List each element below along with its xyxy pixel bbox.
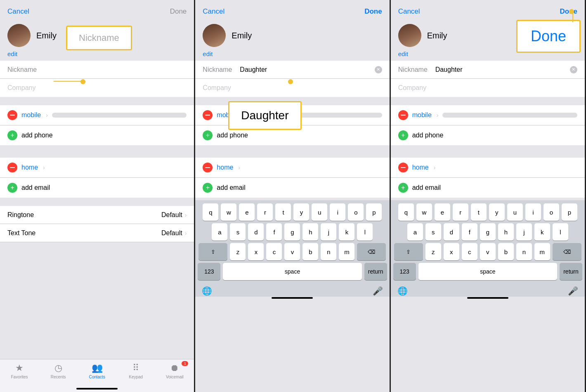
clear-nickname-2[interactable]: ✕ — [375, 66, 382, 73]
ringtone-row-1[interactable]: Ringtone Default › — [0, 206, 194, 224]
company-field-3[interactable]: Company — [391, 79, 585, 97]
key-o-2[interactable]: o — [348, 203, 364, 221]
key-j-3[interactable]: j — [516, 223, 532, 241]
key-w-3[interactable]: w — [416, 203, 432, 221]
edit-link-2[interactable]: edit — [195, 50, 389, 61]
key-a-2[interactable]: a — [212, 223, 227, 241]
company-field-1[interactable]: Company — [0, 79, 194, 97]
remove-mobile-1[interactable] — [7, 110, 17, 120]
key-l-2[interactable]: l — [357, 223, 373, 241]
key-m-3[interactable]: m — [534, 243, 550, 260]
home-label-1[interactable]: home — [21, 164, 38, 171]
home-label-3[interactable]: home — [412, 164, 429, 171]
add-email-label-3[interactable]: add email — [412, 184, 441, 191]
add-phone-label-3[interactable]: add phone — [412, 132, 444, 139]
nickname-field-1[interactable]: Nickname — [0, 61, 194, 79]
key-r-2[interactable]: r — [257, 203, 273, 221]
key-g-3[interactable]: g — [480, 223, 496, 241]
key-l-3[interactable]: l — [553, 223, 568, 241]
key-u-3[interactable]: u — [507, 203, 523, 221]
key-z-2[interactable]: z — [230, 243, 246, 260]
cancel-button-3[interactable]: Cancel — [398, 7, 420, 16]
globe-icon-2[interactable]: 🌐 — [202, 286, 212, 296]
key-c-2[interactable]: c — [266, 243, 282, 260]
globe-icon-3[interactable]: 🌐 — [397, 286, 408, 296]
key-s-3[interactable]: s — [425, 223, 441, 241]
key-j-2[interactable]: j — [321, 223, 336, 241]
add-phone-label-1[interactable]: add phone — [21, 132, 53, 139]
key-e-3[interactable]: e — [435, 203, 450, 221]
key-i-2[interactable]: i — [330, 203, 345, 221]
key-r-3[interactable]: r — [453, 203, 468, 221]
tab-recents-1[interactable]: ◷ Recents — [48, 363, 69, 379]
add-email-row-3[interactable]: + add email — [391, 178, 585, 198]
key-z-3[interactable]: z — [425, 243, 441, 260]
done-button-1[interactable]: Done — [170, 7, 187, 16]
key-shift-2[interactable]: ⇧ — [198, 243, 227, 260]
done-button-3[interactable]: Done — [560, 7, 577, 16]
tab-keypad-1[interactable]: ⠿ Keypad — [125, 363, 146, 379]
key-return-2[interactable]: return — [364, 263, 387, 280]
key-t-2[interactable]: t — [275, 203, 291, 221]
key-b-2[interactable]: b — [302, 243, 318, 260]
key-k-2[interactable]: k — [339, 223, 354, 241]
key-o-3[interactable]: o — [543, 203, 559, 221]
key-q-3[interactable]: q — [398, 203, 414, 221]
key-shift-3[interactable]: ⇧ — [394, 243, 423, 260]
key-space-2[interactable]: space — [223, 263, 362, 280]
key-b-3[interactable]: b — [498, 243, 514, 260]
tab-voicemail-1[interactable]: ⏺ Voicemail 1 — [164, 363, 185, 379]
add-email-label-1[interactable]: add email — [21, 184, 50, 191]
key-u-2[interactable]: u — [312, 203, 327, 221]
key-space-3[interactable]: space — [418, 263, 557, 280]
remove-home-3[interactable] — [398, 163, 408, 172]
key-d-3[interactable]: d — [444, 223, 459, 241]
tab-contacts-1[interactable]: 👥 Contacts — [87, 363, 107, 379]
key-backspace-2[interactable]: ⌫ — [357, 243, 386, 260]
mic-icon-2[interactable]: 🎤 — [373, 286, 383, 296]
key-y-2[interactable]: y — [293, 203, 309, 221]
mic-icon-3[interactable]: 🎤 — [568, 286, 578, 296]
add-email-btn-1[interactable]: + — [7, 183, 17, 193]
key-backspace-3[interactable]: ⌫ — [553, 243, 581, 260]
tab-favorites-1[interactable]: ★ Favorites — [9, 363, 30, 379]
key-t-3[interactable]: t — [471, 203, 487, 221]
key-n-3[interactable]: n — [516, 243, 532, 260]
remove-mobile-3[interactable] — [398, 110, 408, 120]
add-phone-btn-3[interactable]: + — [398, 130, 408, 140]
add-email-row-2[interactable]: + add email — [195, 178, 389, 198]
add-phone-row-3[interactable]: + add phone — [391, 125, 585, 145]
key-return-3[interactable]: return — [560, 263, 582, 280]
add-phone-row-1[interactable]: + add phone — [0, 125, 194, 145]
key-h-3[interactable]: h — [498, 223, 514, 241]
nickname-field-2[interactable]: Nickname Daughter ✕ — [195, 61, 389, 79]
key-h-2[interactable]: h — [302, 223, 318, 241]
cancel-button-2[interactable]: Cancel — [203, 7, 224, 16]
key-a-3[interactable]: a — [407, 223, 423, 241]
key-e-2[interactable]: e — [239, 203, 255, 221]
add-email-btn-3[interactable]: + — [398, 183, 408, 193]
mobile-label-1[interactable]: mobile — [21, 111, 41, 119]
texttone-row-1[interactable]: Text Tone Default › — [0, 224, 194, 242]
remove-home-1[interactable] — [7, 163, 17, 172]
nickname-field-3[interactable]: Nickname Daughter ✕ — [391, 61, 585, 79]
remove-home-2[interactable] — [203, 163, 213, 172]
key-f-2[interactable]: f — [266, 223, 282, 241]
key-c-3[interactable]: c — [462, 243, 477, 260]
key-x-3[interactable]: x — [444, 243, 459, 260]
add-email-row-1[interactable]: + add email — [0, 178, 194, 198]
key-g-2[interactable]: g — [284, 223, 300, 241]
add-phone-label-2[interactable]: add phone — [217, 132, 248, 139]
key-p-3[interactable]: p — [562, 203, 577, 221]
remove-mobile-2[interactable] — [203, 110, 213, 120]
key-i-3[interactable]: i — [525, 203, 541, 221]
add-phone-btn-2[interactable]: + — [203, 130, 213, 140]
mobile-label-3[interactable]: mobile — [412, 111, 432, 119]
home-label-2[interactable]: home — [217, 164, 233, 171]
key-x-2[interactable]: x — [248, 243, 264, 260]
key-d-2[interactable]: d — [248, 223, 264, 241]
key-123-2[interactable]: 123 — [198, 263, 220, 280]
key-m-2[interactable]: m — [339, 243, 354, 260]
edit-link-1[interactable]: edit — [0, 50, 194, 61]
key-v-2[interactable]: v — [284, 243, 300, 260]
